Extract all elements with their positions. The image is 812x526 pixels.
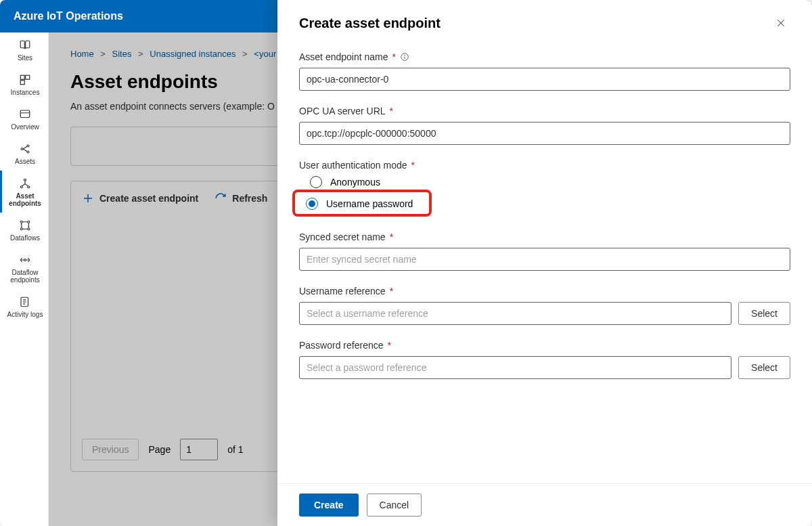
nav-dataflow-endpoints[interactable]: Dataflow endpoints: [0, 247, 48, 289]
svg-rect-0: [20, 75, 24, 79]
radio-label: Username password: [326, 198, 413, 209]
nav-label: Activity logs: [6, 311, 45, 318]
field-server-url: OPC UA server URL *: [299, 106, 790, 145]
required-indicator: *: [390, 232, 393, 242]
breadcrumb-item[interactable]: <your i: [254, 49, 280, 59]
label: OPC UA server URL: [299, 106, 386, 116]
radio-icon: [310, 176, 322, 188]
required-indicator: *: [390, 106, 393, 116]
svg-point-8: [24, 179, 26, 181]
username-select-button[interactable]: Select: [738, 302, 790, 325]
dataflow-endpoints-icon: [19, 254, 31, 266]
password-reference-input[interactable]: [299, 356, 731, 379]
asset-endpoints-icon: [19, 177, 31, 190]
nav-sites[interactable]: Sites: [0, 32, 48, 67]
svg-point-9: [20, 186, 22, 188]
create-button[interactable]: Create: [299, 494, 359, 517]
svg-point-15: [24, 259, 26, 261]
radio-icon: [306, 198, 318, 210]
label: User authentication mode: [299, 160, 407, 171]
required-indicator: *: [390, 286, 393, 297]
assets-icon: [19, 143, 31, 155]
radio-anonymous[interactable]: Anonymous: [310, 176, 790, 188]
create-panel: Create asset endpoint Asset endpoint nam…: [277, 0, 812, 526]
svg-point-11: [20, 221, 22, 223]
button-label: Create asset endpoint: [99, 193, 198, 204]
password-select-button[interactable]: Select: [738, 356, 790, 379]
nav-dataflows[interactable]: Dataflows: [0, 213, 48, 247]
svg-point-12: [28, 221, 30, 223]
label: Synced secret name: [299, 232, 386, 242]
svg-rect-3: [20, 110, 30, 118]
nav-label: Instances: [9, 89, 41, 96]
nav-overview[interactable]: Overview: [0, 102, 48, 136]
field-auth-mode: User authentication mode * Anonymous: [299, 160, 790, 188]
synced-secret-input[interactable]: [299, 248, 790, 271]
nav-instances[interactable]: Instances: [0, 67, 48, 102]
nav-label: Asset endpoints: [2, 192, 48, 207]
field-password-reference: Password reference * Select: [299, 340, 790, 379]
product-title: Azure IoT Operations: [14, 10, 123, 22]
breadcrumb-item[interactable]: Unassigned instances: [150, 49, 235, 59]
page-label: Page: [148, 444, 171, 455]
close-button[interactable]: [771, 14, 790, 32]
info-icon[interactable]: [400, 52, 409, 62]
svg-point-5: [21, 148, 23, 150]
plus-icon: [82, 192, 94, 204]
svg-point-6: [27, 145, 29, 147]
label: Asset endpoint name: [299, 51, 388, 62]
refresh-icon: [215, 192, 227, 204]
dataflows-icon: [19, 219, 31, 232]
field-endpoint-name: Asset endpoint name *: [299, 51, 790, 91]
activity-logs-icon: [19, 296, 31, 308]
page-input[interactable]: [180, 439, 218, 460]
svg-point-13: [20, 228, 22, 230]
username-reference-input[interactable]: [299, 302, 731, 325]
close-icon: [776, 18, 786, 28]
previous-button[interactable]: Previous: [82, 439, 139, 460]
nav-assets[interactable]: Assets: [0, 136, 48, 171]
field-username-reference: Username reference * Select: [299, 286, 790, 325]
radio-username-password[interactable]: Username password: [306, 198, 422, 210]
book-open-icon: [19, 39, 31, 51]
nav-activity-logs[interactable]: Activity logs: [0, 289, 48, 324]
breadcrumb-item[interactable]: Sites: [112, 49, 132, 59]
left-nav: Sites Instances Overview Assets Asset en…: [0, 32, 49, 526]
nav-label: Sites: [16, 54, 34, 62]
required-indicator: *: [388, 340, 391, 351]
cancel-button[interactable]: Cancel: [367, 494, 422, 517]
overview-icon: [19, 108, 31, 120]
panel-title-row: Create asset endpoint: [299, 14, 790, 32]
svg-point-10: [28, 186, 30, 188]
server-url-input[interactable]: [299, 122, 790, 145]
svg-point-14: [28, 228, 30, 230]
panel-title: Create asset endpoint: [299, 16, 441, 31]
required-indicator: *: [411, 160, 415, 171]
refresh-button[interactable]: Refresh: [215, 192, 267, 204]
nav-label: Overview: [9, 123, 41, 131]
label: Password reference: [299, 340, 384, 351]
nav-asset-endpoints[interactable]: Asset endpoints: [0, 171, 48, 213]
label: Username reference: [299, 286, 386, 297]
required-indicator: *: [392, 51, 396, 62]
nav-label: Dataflows: [9, 234, 41, 242]
nav-label: Assets: [14, 158, 37, 165]
create-asset-endpoint-button[interactable]: Create asset endpoint: [82, 192, 198, 204]
panel-footer: Create Cancel: [277, 483, 812, 526]
svg-rect-1: [26, 75, 30, 79]
highlighted-radio: Username password: [292, 190, 432, 217]
svg-point-26: [405, 55, 405, 56]
of-label: of 1: [227, 444, 243, 455]
endpoint-name-input[interactable]: [299, 68, 790, 91]
radio-label: Anonymous: [330, 177, 380, 188]
svg-rect-2: [20, 81, 24, 85]
field-synced-secret: Synced secret name *: [299, 232, 790, 271]
nav-label: Dataflow endpoints: [2, 269, 48, 284]
breadcrumb-item[interactable]: Home: [70, 49, 94, 59]
instances-icon: [19, 74, 31, 86]
svg-point-7: [27, 151, 29, 153]
button-label: Refresh: [232, 193, 267, 204]
